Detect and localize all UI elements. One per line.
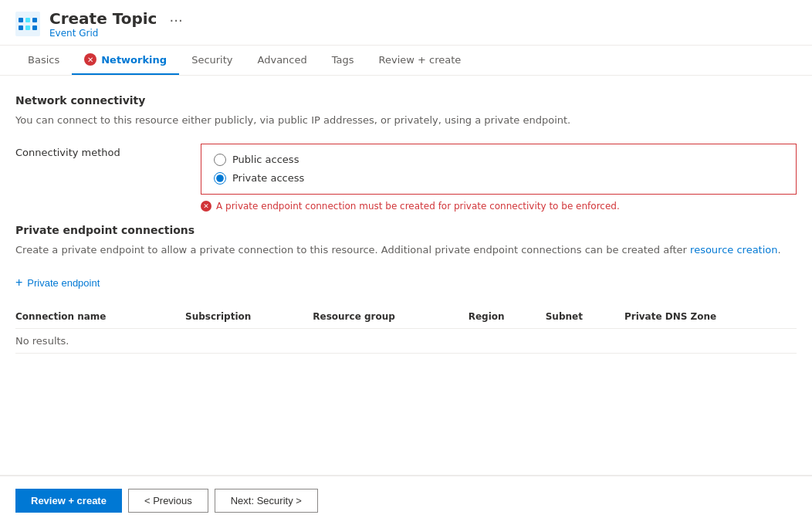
connectivity-radio-group: Public access Private access (201, 144, 797, 195)
col-resource-group: Resource group (313, 305, 468, 329)
add-private-endpoint-button[interactable]: + Private endpoint (15, 273, 100, 293)
review-create-button[interactable]: Review + create (15, 489, 122, 513)
tab-security-label: Security (191, 54, 232, 66)
previous-button[interactable]: < Previous (128, 489, 208, 513)
error-circle-icon: ✕ (201, 201, 211, 212)
tab-review-create[interactable]: Review + create (367, 46, 474, 75)
tab-basics-label: Basics (28, 54, 59, 66)
more-options-icon[interactable]: ··· (169, 12, 182, 29)
page-header: Create Topic Event Grid ··· (0, 0, 812, 46)
connectivity-method-label: Connectivity method (15, 144, 201, 158)
connectivity-method-row: Connectivity method Public access Privat… (15, 144, 797, 212)
event-grid-icon (15, 12, 40, 36)
svg-rect-3 (25, 18, 30, 22)
private-endpoint-title: Private endpoint connections (15, 224, 797, 236)
network-section-title: Network connectivity (15, 94, 797, 107)
tab-basics[interactable]: Basics (15, 46, 72, 75)
col-subscription: Subscription (185, 305, 313, 329)
private-access-radio[interactable] (214, 172, 226, 185)
page-subtitle[interactable]: Event Grid (49, 28, 157, 39)
private-desc-text2: . (778, 244, 781, 256)
public-access-label: Public access (232, 154, 299, 165)
svg-rect-4 (25, 25, 30, 30)
network-section-desc: You can connect to this resource either … (15, 113, 797, 128)
no-results-message: No results. (15, 329, 797, 354)
tab-tags[interactable]: Tags (320, 46, 367, 75)
svg-rect-0 (15, 12, 40, 36)
connectivity-error-message: ✕ A private endpoint connection must be … (201, 201, 797, 212)
public-access-radio[interactable] (214, 154, 226, 166)
page-footer: Review + create < Previous Next: Securit… (0, 475, 812, 525)
tab-review-create-label: Review + create (379, 54, 462, 66)
table-body: No results. (15, 329, 797, 354)
private-endpoint-desc: Create a private endpoint to allow a pri… (15, 242, 797, 258)
add-endpoint-label: Private endpoint (27, 277, 100, 289)
tab-networking[interactable]: ✕ Networking (72, 46, 179, 75)
private-access-label: Private access (232, 172, 304, 184)
resource-creation-link[interactable]: resource creation (690, 244, 777, 256)
next-security-button[interactable]: Next: Security > (215, 489, 318, 513)
private-endpoints-table: Connection name Subscription Resource gr… (15, 305, 797, 354)
svg-rect-1 (19, 18, 23, 22)
tab-security[interactable]: Security (179, 46, 245, 75)
svg-rect-6 (32, 25, 37, 30)
private-access-option[interactable]: Private access (214, 172, 783, 185)
private-desc-text1: Create a private endpoint to allow a pri… (15, 244, 690, 256)
header-text-block: Create Topic Event Grid (49, 9, 157, 39)
tab-tags-label: Tags (332, 54, 354, 66)
table-header: Connection name Subscription Resource gr… (15, 305, 797, 329)
main-content: Network connectivity You can connect to … (0, 76, 812, 475)
tab-advanced-label: Advanced (258, 54, 307, 66)
col-private-dns-zone: Private DNS Zone (624, 305, 797, 329)
public-access-option[interactable]: Public access (214, 154, 783, 166)
connectivity-method-control: Public access Private access ✕ A private… (201, 144, 797, 212)
error-message-text: A private endpoint connection must be cr… (216, 201, 620, 212)
svg-rect-5 (32, 18, 37, 22)
svg-rect-2 (19, 25, 23, 30)
plus-icon: + (15, 276, 22, 290)
col-subnet: Subnet (546, 305, 624, 329)
page-title: Create Topic (49, 9, 157, 28)
col-connection-name: Connection name (15, 305, 185, 329)
networking-error-icon: ✕ (84, 53, 96, 66)
network-connectivity-section: Network connectivity You can connect to … (15, 94, 797, 212)
tabs-nav: Basics ✕ Networking Security Advanced Ta… (0, 46, 812, 76)
private-endpoint-section: Private endpoint connections Create a pr… (15, 224, 797, 354)
table-empty-row: No results. (15, 329, 797, 354)
tab-networking-label: Networking (101, 54, 167, 66)
tab-advanced[interactable]: Advanced (245, 46, 320, 75)
col-region: Region (469, 305, 546, 329)
